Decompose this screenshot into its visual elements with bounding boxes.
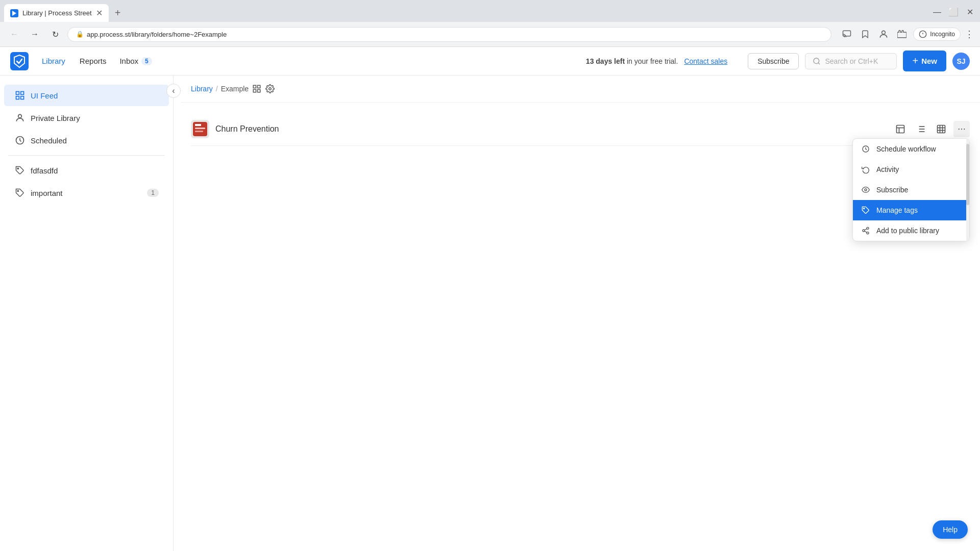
activity-label: Activity bbox=[876, 165, 899, 173]
workflow-icon bbox=[191, 120, 209, 138]
dropdown-item-schedule-workflow[interactable]: Schedule workflow bbox=[853, 139, 969, 159]
new-label: New bbox=[921, 57, 937, 65]
sidebar-item-tag-fdfasdfd[interactable]: fdfasdfd bbox=[4, 160, 169, 181]
content-area: Library / Example bbox=[181, 76, 980, 551]
svg-rect-7 bbox=[21, 92, 24, 95]
sidebar-label-fdfasdfd: fdfasdfd bbox=[31, 166, 58, 175]
refresh-button[interactable]: ↻ bbox=[47, 26, 63, 42]
settings-icon[interactable] bbox=[265, 84, 275, 94]
folder-view-icon[interactable] bbox=[252, 84, 262, 94]
app-logo[interactable] bbox=[10, 52, 29, 70]
svg-rect-21 bbox=[195, 124, 201, 126]
sidebar-item-private-library[interactable]: Private Library bbox=[4, 107, 169, 129]
new-tab-button[interactable]: + bbox=[111, 6, 125, 20]
tab-bar: Library | Process Street ✕ + — ⬜ ✕ bbox=[0, 0, 980, 22]
nav-library[interactable]: Library bbox=[41, 55, 66, 67]
sidebar: UI Feed Private Library Scheduled fdfasd… bbox=[0, 76, 174, 551]
important-badge: 1 bbox=[147, 189, 159, 197]
svg-point-44 bbox=[867, 227, 869, 229]
svg-line-48 bbox=[865, 229, 867, 230]
back-button[interactable]: ← bbox=[6, 26, 22, 42]
breadcrumb: Library / Example bbox=[181, 76, 980, 103]
breadcrumb-library[interactable]: Library bbox=[191, 85, 213, 93]
breadcrumb-current: Example bbox=[221, 85, 249, 93]
more-options-button[interactable] bbox=[953, 121, 970, 137]
svg-rect-17 bbox=[258, 90, 260, 92]
table-view-icon[interactable] bbox=[933, 121, 949, 137]
list-view-icon[interactable] bbox=[913, 121, 929, 137]
clock-icon bbox=[14, 135, 26, 146]
dropdown-item-subscribe[interactable]: Subscribe bbox=[853, 180, 969, 200]
browser-menu-button[interactable]: ⋮ bbox=[965, 29, 974, 40]
svg-point-2 bbox=[882, 31, 886, 34]
extension-icon[interactable] bbox=[895, 27, 909, 41]
tab-favicon bbox=[10, 9, 18, 17]
workflow-row-wrapper: Churn Prevention bbox=[191, 113, 970, 146]
address-bar[interactable]: 🔒 app.process.st/library/folders/home~2F… bbox=[67, 27, 831, 42]
search-bar[interactable]: Search or Ctrl+K bbox=[805, 53, 897, 69]
help-button[interactable]: Help bbox=[933, 520, 968, 539]
content-body: Churn Prevention bbox=[181, 103, 980, 551]
subscribe-label: Subscribe bbox=[876, 186, 908, 194]
search-placeholder: Search or Ctrl+K bbox=[825, 57, 878, 65]
sidebar-label-important: important bbox=[31, 189, 63, 197]
kanban-view-icon[interactable] bbox=[892, 121, 909, 137]
subscribe-button[interactable]: Subscribe bbox=[748, 53, 799, 69]
inbox-label: Inbox bbox=[119, 57, 138, 65]
svg-point-39 bbox=[961, 129, 962, 130]
svg-marker-0 bbox=[12, 11, 16, 16]
svg-rect-9 bbox=[21, 96, 24, 99]
subscribe-icon bbox=[861, 185, 870, 194]
incognito-badge: Incognito bbox=[913, 28, 961, 41]
sidebar-label-private-library: Private Library bbox=[31, 114, 80, 122]
avatar[interactable]: SJ bbox=[952, 53, 970, 70]
sidebar-item-tag-important[interactable]: important 1 bbox=[4, 182, 169, 204]
trial-banner: 13 days left in your free trial. Contact… bbox=[586, 57, 727, 65]
close-window-button[interactable]: ✕ bbox=[964, 6, 976, 18]
dropdown-scrollbar[interactable] bbox=[966, 139, 969, 241]
svg-point-38 bbox=[959, 129, 960, 130]
workflow-name[interactable]: Churn Prevention bbox=[215, 124, 892, 134]
add-to-public-library-label: Add to public library bbox=[876, 227, 939, 235]
workflow-actions bbox=[892, 121, 970, 137]
minimize-button[interactable]: — bbox=[931, 6, 943, 18]
profile-icon[interactable] bbox=[876, 27, 891, 41]
dropdown-item-add-to-public-library[interactable]: Add to public library bbox=[853, 220, 969, 241]
svg-point-45 bbox=[863, 230, 865, 232]
sidebar-item-ui-feed[interactable]: UI Feed bbox=[4, 85, 169, 106]
person-icon bbox=[14, 112, 26, 123]
cast-icon[interactable] bbox=[840, 27, 854, 41]
sidebar-label-scheduled: Scheduled bbox=[31, 136, 67, 145]
address-text: app.process.st/library/folders/home~2Fex… bbox=[87, 31, 227, 38]
forward-button[interactable]: → bbox=[27, 26, 43, 42]
tab-close-button[interactable]: ✕ bbox=[96, 8, 103, 18]
svg-point-42 bbox=[865, 189, 867, 191]
sidebar-item-scheduled[interactable]: Scheduled bbox=[4, 130, 169, 151]
inbox-count: 5 bbox=[141, 57, 152, 65]
sidebar-divider bbox=[8, 155, 165, 156]
maximize-button[interactable]: ⬜ bbox=[947, 6, 960, 18]
svg-point-12 bbox=[17, 168, 18, 169]
main-layout: UI Feed Private Library Scheduled fdfasd… bbox=[0, 76, 980, 551]
dropdown-item-activity[interactable]: Activity bbox=[853, 159, 969, 180]
svg-rect-15 bbox=[258, 85, 260, 88]
collapse-sidebar-button[interactable]: ‹ bbox=[166, 84, 181, 98]
nav-inbox[interactable]: Inbox 5 bbox=[119, 57, 152, 65]
add-to-public-library-icon bbox=[861, 226, 870, 235]
lock-icon: 🔒 bbox=[76, 31, 84, 38]
new-button[interactable]: + New bbox=[903, 51, 946, 71]
browser-actions: Incognito ⋮ bbox=[840, 27, 974, 41]
schedule-workflow-icon bbox=[861, 144, 870, 154]
svg-point-10 bbox=[18, 114, 22, 118]
svg-rect-22 bbox=[195, 128, 205, 129]
svg-point-43 bbox=[864, 208, 865, 209]
nav-reports[interactable]: Reports bbox=[79, 55, 108, 67]
dropdown-item-manage-tags[interactable]: Manage tags bbox=[853, 200, 969, 220]
bookmark-icon[interactable] bbox=[858, 27, 872, 41]
active-tab[interactable]: Library | Process Street ✕ bbox=[4, 4, 109, 22]
activity-icon bbox=[861, 165, 870, 174]
contact-sales-link[interactable]: Contact sales bbox=[684, 57, 727, 65]
trial-days: 13 days left bbox=[586, 57, 625, 65]
svg-line-47 bbox=[865, 231, 867, 233]
tag-icon-2 bbox=[14, 187, 26, 198]
